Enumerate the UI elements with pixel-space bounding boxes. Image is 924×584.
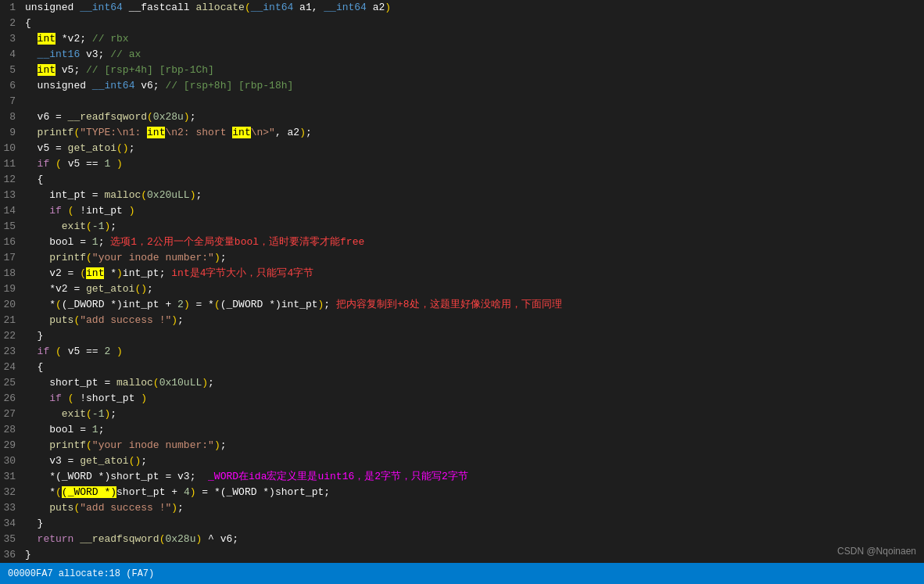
code-line-23: 23 if ( v5 == 2 ) [0,344,924,360]
code-line-30: 30 v3 = get_atoi(); [0,453,924,469]
code-line-35: 35 return __readfsqword(0x28u) ^ v6; [0,532,924,547]
code-editor: 1 unsigned __int64 __fastcall allocate(_… [0,0,924,563]
code-line-34: 34 } [0,516,924,532]
code-line-15: 15 exit(-1); [0,219,924,235]
code-line-32: 32 *((_WORD *)short_pt + 4) = *(_WORD *)… [0,485,924,500]
code-line-6: 6 unsigned __int64 v6; // [rsp+8h] [rbp-… [0,78,924,94]
code-line-28: 28 bool = 1; [0,422,924,438]
code-line-2: 2 { [0,16,924,31]
status-bar: 00000FA7 allocate:18 (FA7) [0,563,924,584]
code-line-1: 1 unsigned __int64 __fastcall allocate(_… [0,0,924,16]
code-line-29: 29 printf("your inode number:"); [0,438,924,453]
code-line-11: 11 if ( v5 == 1 ) [0,156,924,172]
code-line-14: 14 if ( !int_pt ) [0,203,924,219]
code-line-24: 24 { [0,360,924,375]
code-line-20: 20 *((_DWORD *)int_pt + 2) = *((_DWORD *… [0,297,924,313]
code-line-13: 13 int_pt = malloc(0x20uLL); [0,188,924,203]
code-line-25: 25 short_pt = malloc(0x10uLL); [0,375,924,391]
code-line-7: 7 [0,94,924,109]
code-line-22: 22 } [0,328,924,344]
code-line-16: 16 bool = 1; 选项1，2公用一个全局变量bool，适时要清零才能fr… [0,235,924,250]
code-line-26: 26 if ( !short_pt ) [0,391,924,407]
status-bar-left: 00000FA7 allocate:18 (FA7) [8,568,154,579]
code-line-27: 27 exit(-1); [0,407,924,422]
code-line-19: 19 *v2 = get_atoi(); [0,281,924,297]
code-line-18: 18 v2 = (int *)int_pt; int是4字节大小，只能写4字节 [0,266,924,281]
code-line-33: 33 puts("add success !"); [0,500,924,516]
code-line-17: 17 printf("your inode number:"); [0,250,924,266]
code-line-8: 8 v6 = __readfsqword(0x28u); [0,109,924,125]
watermark-text: CSDN @Nqoinaen [837,546,916,557]
code-line-21: 21 puts("add success !"); [0,313,924,328]
code-line-5: 5 int v5; // [rsp+4h] [rbp-1Ch] [0,63,924,78]
code-line-12: 12 { [0,172,924,188]
code-line-4: 4 __int16 v3; // ax [0,47,924,63]
code-line-31: 31 *(_WORD *)short_pt = v3; _WORD在ida宏定义… [0,469,924,485]
code-line-3: 3 int *v2; // rbx [0,31,924,47]
code-line-9: 9 printf("TYPE:\n1: int\n2: short int\n>… [0,125,924,141]
code-line-36: 36 } [0,547,924,563]
code-line-10: 10 v5 = get_atoi(); [0,141,924,156]
